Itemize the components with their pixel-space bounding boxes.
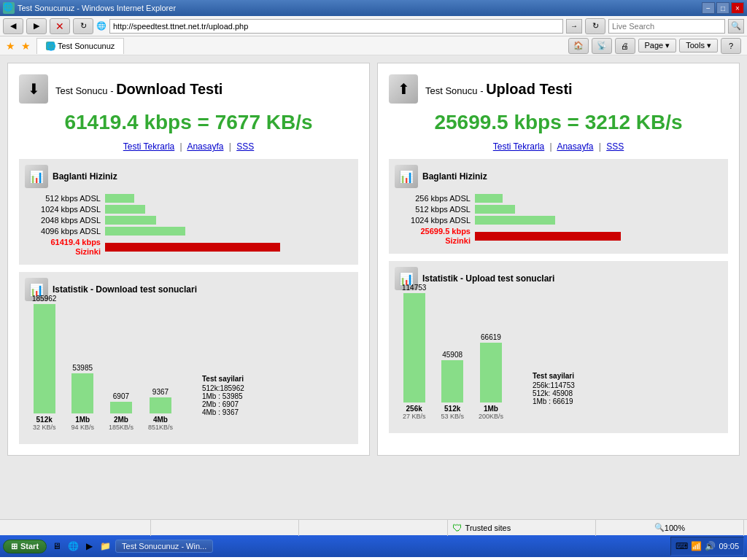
upload-icon: ⬆ xyxy=(389,74,418,104)
upload-speed: 25699.5 kbps = 3212 KB/s xyxy=(389,111,728,134)
upload-stats-title: Istatistik - Upload test sonuclari xyxy=(422,273,554,284)
favorites-star-icon[interactable]: ★ xyxy=(6,40,15,52)
favorites-add-icon[interactable]: ★ xyxy=(21,40,31,52)
help-button[interactable]: ? xyxy=(721,38,741,54)
tab-favicon: 🌐 xyxy=(46,42,55,50)
refresh-button[interactable]: ↻ xyxy=(73,18,93,34)
status-bar: 🛡 Trusted sites 🔍 100% xyxy=(0,519,747,535)
forward-button[interactable]: ▶ xyxy=(26,18,47,34)
download-panel: ⬇ Test Sonucu - Download Testi 61419.4 k… xyxy=(7,63,370,456)
upload-header: ⬆ Test Sonucu - Upload Testi xyxy=(389,74,728,104)
bar-1024 xyxy=(105,205,145,214)
page-button[interactable]: Page ▾ xyxy=(638,39,677,52)
taskbar: ⊞ Start 🖥 🌐 ▶ 📁 Test Sonucunuz - Win... … xyxy=(0,535,747,557)
title-bar: 🌐 Test Sonucunuz - Windows Internet Expl… xyxy=(0,0,747,16)
toolbar-tools: 🏠 📡 🖨 Page ▾ Tools ▾ ? xyxy=(568,38,742,54)
feeds-button[interactable]: 📡 xyxy=(592,38,612,54)
system-time: 09:05 xyxy=(719,542,739,551)
bar-512 xyxy=(105,194,134,203)
download-stats-title: Istatistik - Download test sonuclari xyxy=(53,284,197,295)
trusted-label: Trusted sites xyxy=(465,524,511,532)
refresh-btn2[interactable]: ↻ xyxy=(585,18,605,34)
bar-row-3: 2048 kbps ADSL xyxy=(25,216,352,225)
chart-bar-1mb-ul: 66619 1Mb 200KB/s xyxy=(479,333,503,420)
download-faq-link[interactable]: SSS xyxy=(236,141,254,152)
taskbar-quick-launch: 🖥 🌐 ▶ 📁 xyxy=(50,539,112,553)
upload-bar-row-4: 25699.5 kbpsSizinki xyxy=(395,227,722,246)
download-speed-header: 📊 Baglanti Hiziniz xyxy=(25,165,352,188)
back-button[interactable]: ◀ xyxy=(3,18,23,34)
bar-row-5: 61419.4 kbpsSizinki xyxy=(25,238,352,257)
tray-network-icon[interactable]: 📶 xyxy=(691,541,702,551)
taskbar-folder-icon[interactable]: 📁 xyxy=(98,539,112,553)
taskbar-app-label: Test Sonucunuz - Win... xyxy=(122,542,206,551)
upload-speed-header: 📊 Baglanti Hiziniz xyxy=(395,165,722,188)
upload-chart: 114753 256k 27 KB/s 45908 512k 53 KB/s xyxy=(395,296,722,427)
download-retry-link[interactable]: Testi Tekrarla xyxy=(123,141,174,152)
close-button[interactable]: × xyxy=(731,2,744,14)
tray-keyboard-icon: ⌨ xyxy=(676,541,688,551)
taskbar-desktop-icon[interactable]: 🖥 xyxy=(50,539,64,553)
bar-2048 xyxy=(105,216,156,225)
status-zoom: 🔍 100% xyxy=(596,520,744,536)
chart-bar-512k-dl: 185962 512k 32 KB/s xyxy=(32,295,56,431)
browser-tab[interactable]: 🌐 Test Sonucunuz xyxy=(36,38,124,54)
upload-speed-section: 📊 Baglanti Hiziniz 256 kbps ADSL 512 kbp… xyxy=(389,159,728,254)
upload-faq-link[interactable]: SSS xyxy=(606,141,624,152)
search-button[interactable]: 🔍 xyxy=(728,19,744,34)
chart-bar-256k-ul: 114753 256k 27 KB/s xyxy=(402,284,426,420)
up-bar-yours xyxy=(475,232,621,241)
search-input[interactable] xyxy=(608,19,725,34)
bar-yours-dl xyxy=(105,243,280,252)
bar-row-1: 512 kbps ADSL xyxy=(25,194,352,203)
zoom-level: 100% xyxy=(665,524,685,532)
download-stats-section: 📊 Istatistik - Download test sonuclari 1… xyxy=(19,272,358,444)
taskbar-app-ie[interactable]: Test Sonucunuz - Win... xyxy=(115,540,213,553)
up-bar-512 xyxy=(475,205,515,214)
upload-stats-section: 📊 Istatistik - Upload test sonuclari 114… xyxy=(389,261,728,433)
upload-chart-legend: Test sayilari 256k:114753 512k: 45908 1M… xyxy=(533,372,575,405)
taskbar-media-icon[interactable]: ▶ xyxy=(82,539,96,553)
content-inner: ⬇ Test Sonucu - Download Testi 61419.4 k… xyxy=(7,63,740,456)
maximize-button[interactable]: □ xyxy=(716,2,729,14)
upload-links: Testi Tekrarla | Anasayfa | SSS xyxy=(389,141,728,152)
upload-stats-header: 📊 Istatistik - Upload test sonuclari xyxy=(395,267,722,290)
upload-retry-link[interactable]: Testi Tekrarla xyxy=(493,141,544,152)
download-section-title: Baglanti Hiziniz xyxy=(53,171,117,182)
upload-bar-row-1: 256 kbps ADSL xyxy=(395,194,722,203)
top-panels: ⬇ Test Sonucu - Download Testi 61419.4 k… xyxy=(7,63,740,456)
print-button[interactable]: 🖨 xyxy=(615,38,635,54)
download-icon: ⬇ xyxy=(19,74,48,104)
start-button[interactable]: ⊞ Start xyxy=(3,540,47,553)
download-links: Testi Tekrarla | Anasayfa | SSS xyxy=(19,141,358,152)
bar-row-2: 1024 kbps ADSL xyxy=(25,205,352,214)
up-bar-1024 xyxy=(475,216,555,225)
tools-button[interactable]: Tools ▾ xyxy=(679,39,718,52)
address-input[interactable] xyxy=(109,19,563,34)
tray-sound-icon[interactable]: 🔊 xyxy=(705,541,716,551)
start-label: Start xyxy=(20,542,39,551)
tab-title: Test Sonucunuz xyxy=(58,42,115,50)
download-title: Test Sonucu - Download Testi xyxy=(55,81,222,98)
status-main xyxy=(3,520,151,536)
upload-bar-row-3: 1024 kbps ADSL xyxy=(395,216,722,225)
download-header: ⬇ Test Sonucu - Download Testi xyxy=(19,74,358,104)
upload-home-link[interactable]: Anasayfa xyxy=(557,141,593,152)
minimize-button[interactable]: − xyxy=(702,2,715,14)
stop-button[interactable]: ✕ xyxy=(50,18,70,34)
upload-bar-row-2: 512 kbps ADSL xyxy=(395,205,722,214)
status-trusted: 🛡 Trusted sites xyxy=(448,520,596,536)
status-segments: 🛡 Trusted sites 🔍 100% xyxy=(3,520,744,536)
windows-icon: ⊞ xyxy=(11,542,18,551)
download-chart: 185962 512k 32 KB/s 53985 1Mb 94 KB/s xyxy=(25,307,352,438)
download-stats-header: 📊 Istatistik - Download test sonuclari xyxy=(25,278,352,301)
taskbar-ie-icon[interactable]: 🌐 xyxy=(66,539,80,553)
upload-title: Test Sonucu - Upload Testi xyxy=(425,81,573,98)
system-tray: ⌨ 📶 🔊 09:05 xyxy=(670,537,744,556)
upload-panel: ⬆ Test Sonucu - Upload Testi 25699.5 kbp… xyxy=(377,63,740,456)
download-speed-section: 📊 Baglanti Hiziniz 512 kbps ADSL 1024 kb… xyxy=(19,159,358,265)
speed-section-icon: 📊 xyxy=(25,165,48,188)
go-button[interactable]: → xyxy=(566,19,582,34)
download-home-link[interactable]: Anasayfa xyxy=(187,141,223,152)
home-button[interactable]: 🏠 xyxy=(568,38,589,54)
